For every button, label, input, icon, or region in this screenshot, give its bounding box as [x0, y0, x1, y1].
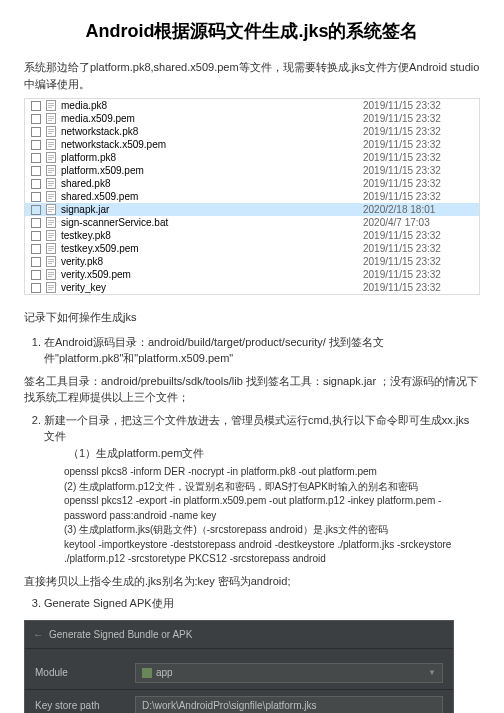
svg-rect-34 — [48, 209, 54, 210]
file-checkbox[interactable] — [31, 218, 41, 228]
file-row[interactable]: verity_key2019/11/15 23:32 — [25, 281, 479, 294]
svg-rect-11 — [48, 133, 52, 134]
svg-rect-21 — [48, 168, 54, 169]
dialog-titlebar: ← Generate Signed Bundle or APK — [25, 621, 453, 649]
svg-rect-46 — [48, 248, 54, 249]
after-code-text: 直接拷贝以上指令生成的.jks别名为:key 密码为android; — [24, 573, 480, 590]
file-checkbox[interactable] — [31, 114, 41, 124]
file-list: media.pk82019/11/15 23:32media.x509.pem2… — [24, 98, 480, 295]
svg-rect-17 — [48, 155, 54, 156]
file-icon — [45, 256, 57, 268]
generate-signed-dialog: ← Generate Signed Bundle or APK Module a… — [24, 620, 454, 714]
section-header: 记录下如何操作生成jks — [24, 309, 480, 326]
svg-rect-29 — [48, 194, 54, 195]
svg-rect-58 — [48, 287, 54, 288]
file-name: verity_key — [61, 280, 363, 295]
svg-rect-6 — [48, 118, 54, 119]
svg-rect-39 — [48, 224, 52, 225]
svg-rect-5 — [48, 116, 54, 117]
svg-rect-2 — [48, 105, 54, 106]
file-checkbox[interactable] — [31, 179, 41, 189]
svg-rect-1 — [48, 103, 54, 104]
svg-rect-25 — [48, 181, 54, 182]
svg-rect-57 — [48, 285, 54, 286]
svg-rect-35 — [48, 211, 52, 212]
svg-rect-26 — [48, 183, 54, 184]
svg-rect-50 — [48, 261, 54, 262]
step-2-text: 新建一个目录，把这三个文件放进去，管理员模式运行cmd,执行以下命令即可生成xx… — [44, 414, 469, 443]
file-checkbox[interactable] — [31, 244, 41, 254]
file-checkbox[interactable] — [31, 205, 41, 215]
file-icon — [45, 113, 57, 125]
file-icon — [45, 269, 57, 281]
file-icon — [45, 191, 57, 203]
svg-rect-55 — [48, 276, 52, 277]
chevron-down-icon: ▼ — [428, 667, 436, 679]
svg-rect-51 — [48, 263, 52, 264]
svg-rect-13 — [48, 142, 54, 143]
svg-rect-45 — [48, 246, 54, 247]
file-icon — [45, 100, 57, 112]
file-checkbox[interactable] — [31, 153, 41, 163]
page-title: Android根据源码文件生成.jks的系统签名 — [24, 18, 480, 45]
step-3: Generate Signed APK使用 — [44, 595, 480, 612]
file-icon — [45, 282, 57, 294]
file-date: 2019/11/15 23:32 — [363, 280, 473, 295]
file-checkbox[interactable] — [31, 101, 41, 111]
step-2: 新建一个目录，把这三个文件放进去，管理员模式运行cmd,执行以下命令即可生成xx… — [44, 412, 480, 462]
svg-rect-15 — [48, 146, 52, 147]
back-arrow-icon[interactable]: ← — [33, 627, 43, 642]
code-line: (2) 生成platform.p12文件，设置别名和密码，即AS打包APK时输入… — [64, 480, 480, 495]
svg-rect-53 — [48, 272, 54, 273]
svg-rect-38 — [48, 222, 54, 223]
svg-rect-41 — [48, 233, 54, 234]
file-icon — [45, 165, 57, 177]
svg-rect-7 — [48, 120, 52, 121]
file-icon — [45, 243, 57, 255]
step-1: 在Android源码目录：android/build/target/produc… — [44, 334, 480, 367]
svg-rect-59 — [48, 289, 52, 290]
code-line: openssl pkcs12 -export -in platform.x509… — [64, 494, 480, 523]
file-checkbox[interactable] — [31, 140, 41, 150]
svg-rect-3 — [48, 107, 52, 108]
file-checkbox[interactable] — [31, 192, 41, 202]
module-icon — [142, 668, 152, 678]
svg-rect-42 — [48, 235, 54, 236]
module-label: Module — [35, 665, 135, 680]
svg-rect-22 — [48, 170, 54, 171]
file-icon — [45, 178, 57, 190]
file-checkbox[interactable] — [31, 270, 41, 280]
file-checkbox[interactable] — [31, 127, 41, 137]
svg-rect-33 — [48, 207, 54, 208]
svg-rect-14 — [48, 144, 54, 145]
module-select[interactable]: app ▼ — [135, 663, 443, 683]
code-line: openssl pkcs8 -inform DER -nocrypt -in p… — [64, 465, 480, 480]
file-checkbox[interactable] — [31, 283, 41, 293]
code-line: (3) 生成platform.jks(钥匙文件)（-srcstorepass a… — [64, 523, 480, 538]
svg-rect-49 — [48, 259, 54, 260]
dialog-breadcrumb: Generate Signed Bundle or APK — [49, 627, 192, 642]
code-block: openssl pkcs8 -inform DER -nocrypt -in p… — [64, 465, 480, 567]
step-2-sub: （1）生成platform.pem文件 — [68, 445, 480, 462]
svg-rect-18 — [48, 157, 54, 158]
keystore-path-input[interactable]: D:\work\AndroidPro\signfile\platform.jks — [135, 696, 443, 714]
file-checkbox[interactable] — [31, 257, 41, 267]
file-checkbox[interactable] — [31, 166, 41, 176]
svg-rect-43 — [48, 237, 52, 238]
svg-rect-23 — [48, 172, 52, 173]
file-icon — [45, 152, 57, 164]
file-icon — [45, 230, 57, 242]
tool-line: 签名工具目录：android/prebuilts/sdk/tools/lib 找… — [24, 373, 480, 406]
svg-rect-19 — [48, 159, 52, 160]
code-line: keytool -importkeystore -deststorepass a… — [64, 538, 480, 567]
bat-file-icon — [45, 217, 57, 229]
file-checkbox[interactable] — [31, 231, 41, 241]
svg-rect-27 — [48, 185, 52, 186]
intro-text: 系统那边给了platform.pk8,shared.x509.pem等文件，现需… — [24, 59, 480, 92]
svg-rect-10 — [48, 131, 54, 132]
svg-rect-31 — [48, 198, 52, 199]
file-icon — [45, 139, 57, 151]
svg-rect-54 — [48, 274, 54, 275]
svg-rect-30 — [48, 196, 54, 197]
file-icon — [45, 126, 57, 138]
